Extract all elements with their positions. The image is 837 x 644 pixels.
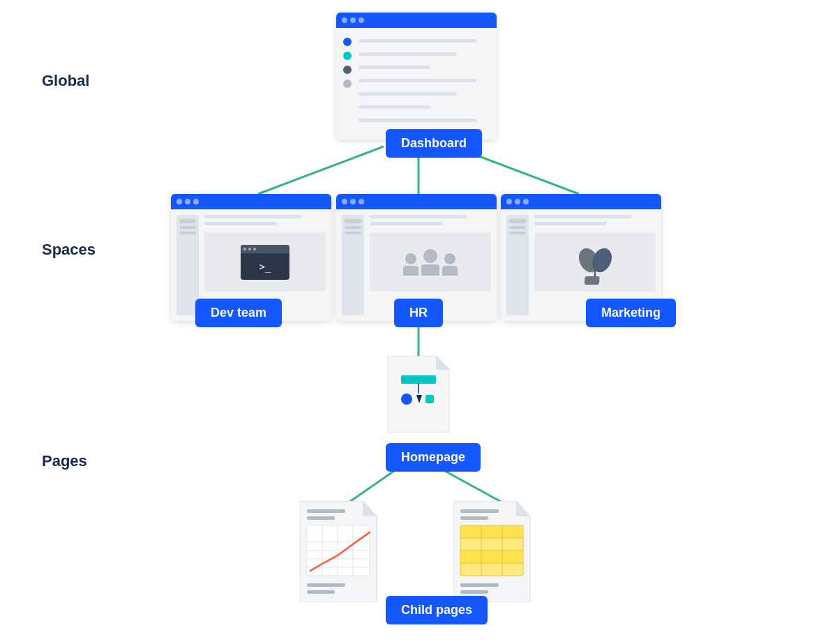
devteam-titlebar <box>171 194 331 209</box>
pages-label: Pages <box>42 452 87 470</box>
svg-rect-34 <box>460 516 488 520</box>
dashboard-browser <box>336 13 497 140</box>
svg-rect-19 <box>307 509 345 513</box>
dashboard-badge[interactable]: Dashboard <box>386 129 482 158</box>
hr-badge[interactable]: HR <box>394 299 443 327</box>
svg-rect-46 <box>481 563 502 576</box>
svg-rect-12 <box>401 375 436 384</box>
svg-marker-11 <box>436 356 450 370</box>
homepage-badge[interactable]: Homepage <box>386 443 481 472</box>
devteam-badge[interactable]: Dev team <box>195 299 282 327</box>
svg-rect-42 <box>460 551 481 563</box>
svg-rect-37 <box>481 525 502 538</box>
svg-rect-39 <box>460 538 481 551</box>
svg-rect-47 <box>502 563 523 576</box>
line-5 <box>359 92 457 96</box>
svg-rect-30 <box>307 590 335 594</box>
dot-blue <box>343 38 352 46</box>
dot-gray <box>343 80 352 88</box>
marketing-sidebar <box>506 215 529 315</box>
dashboard-titlebar <box>336 13 497 28</box>
line-7 <box>359 119 476 122</box>
hr-people-icon <box>403 249 458 276</box>
line-3 <box>359 66 430 69</box>
line-4 <box>359 79 476 82</box>
dashboard-lines <box>359 35 490 133</box>
child-page-left <box>300 501 384 602</box>
svg-rect-54 <box>460 590 488 594</box>
svg-rect-36 <box>460 525 481 538</box>
spaces-label: Spaces <box>42 241 96 259</box>
svg-rect-44 <box>502 551 523 563</box>
svg-rect-33 <box>460 509 499 513</box>
svg-rect-38 <box>502 525 523 538</box>
svg-rect-43 <box>481 551 502 563</box>
plant-icon <box>576 243 614 282</box>
svg-point-14 <box>401 394 412 405</box>
svg-rect-45 <box>460 563 481 576</box>
svg-line-0 <box>258 147 384 194</box>
line-1 <box>359 39 476 43</box>
marketing-titlebar <box>501 194 661 209</box>
marketing-badge[interactable]: Marketing <box>586 299 676 327</box>
dot-teal <box>343 52 352 60</box>
terminal-icon: >_ <box>241 245 289 280</box>
svg-rect-40 <box>481 538 502 551</box>
line-2 <box>359 52 457 56</box>
svg-rect-20 <box>307 516 335 520</box>
hr-sidebar <box>342 215 364 315</box>
svg-rect-29 <box>307 583 345 587</box>
line-6 <box>359 105 430 109</box>
svg-rect-16 <box>425 395 434 403</box>
child-pages-badge[interactable]: Child pages <box>386 596 488 624</box>
dot-dark <box>343 66 352 74</box>
child-page-right <box>453 501 537 602</box>
hr-titlebar <box>336 194 497 209</box>
svg-rect-41 <box>502 538 523 551</box>
homepage-doc <box>387 356 450 433</box>
svg-rect-9 <box>584 276 599 285</box>
svg-rect-53 <box>460 583 499 587</box>
dashboard-dots <box>343 35 352 133</box>
global-label: Global <box>42 72 89 90</box>
